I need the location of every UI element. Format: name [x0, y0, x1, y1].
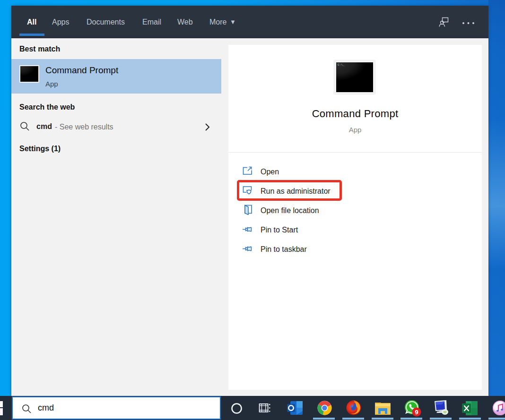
svg-text:9: 9: [415, 409, 418, 416]
